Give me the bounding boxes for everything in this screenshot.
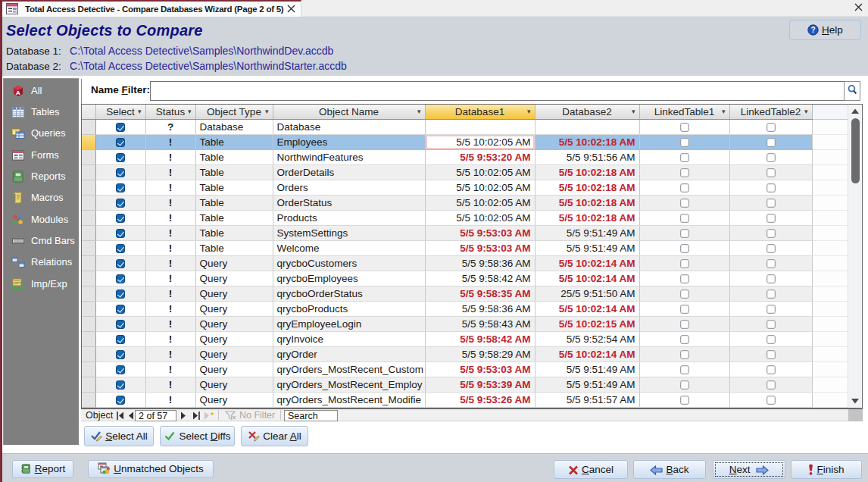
svg-text:A: A [16,89,20,96]
svg-text:?: ? [811,26,816,34]
